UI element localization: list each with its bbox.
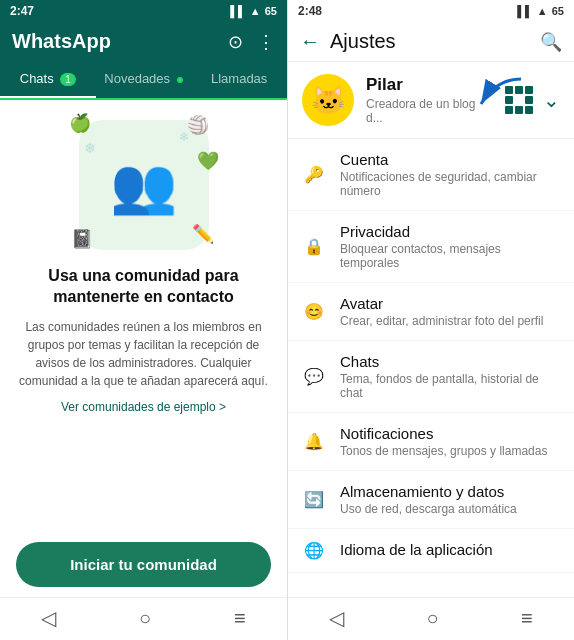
right-status-icons: ▌▌ ▲ 65 xyxy=(517,5,564,17)
profile-chevron-icon[interactable]: ⌄ xyxy=(543,88,560,112)
tab-llamadas[interactable]: Llamadas xyxy=(191,61,287,98)
avatar: 🐱 xyxy=(302,74,354,126)
community-content: 🍏 🏐 💚 ❄ ❄ 👥 📓 ✏️ Usa una comunidad para … xyxy=(0,100,287,597)
pencil-icon: ✏️ xyxy=(192,223,214,245)
app-title: WhatsApp xyxy=(12,30,111,53)
menu-nav-icon[interactable]: ≡ xyxy=(234,607,246,630)
left-signal-icon: ▌▌ xyxy=(230,5,246,17)
settings-title: Ajustes xyxy=(330,30,530,53)
almacenamiento-subtitle: Uso de red, descarga automática xyxy=(340,502,560,516)
notebook-icon: 📓 xyxy=(71,228,93,250)
right-time: 2:48 xyxy=(298,4,322,18)
community-link[interactable]: Ver comunidades de ejemplo > xyxy=(61,400,226,414)
left-header: WhatsApp ⊙ ⋮ xyxy=(0,22,287,61)
annotation-arrow xyxy=(466,74,526,114)
notificaciones-title: Notificaciones xyxy=(340,425,560,442)
avatar-icon: 😊 xyxy=(302,302,326,321)
idioma-text: Idioma de la aplicación xyxy=(340,541,560,560)
back-button[interactable]: ← xyxy=(300,30,320,53)
bell-icon: 🔔 xyxy=(302,432,326,451)
community-illustration: 🍏 🏐 💚 ❄ ❄ 👥 📓 ✏️ xyxy=(79,120,209,250)
tabs-bar: Chats 1 Novedades Llamadas xyxy=(0,61,287,100)
settings-item-idioma[interactable]: 🌐 Idioma de la aplicación xyxy=(288,529,574,573)
right-wifi-icon: ▲ xyxy=(537,5,548,17)
right-panel: 2:48 ▌▌ ▲ 65 ← Ajustes 🔍 🐱 Pilar Creador… xyxy=(287,0,574,640)
settings-list: 🔑 Cuenta Notificaciones de seguridad, ca… xyxy=(288,139,574,597)
qr-cell xyxy=(525,106,533,114)
profile-section[interactable]: 🐱 Pilar Creadora de un blog d... xyxy=(288,62,574,139)
header-icons: ⊙ ⋮ xyxy=(228,31,275,53)
community-description: Las comunidades reúnen a los miembros en… xyxy=(16,318,271,390)
chats-settings-title: Chats xyxy=(340,353,560,370)
back-nav-icon[interactable]: ◁ xyxy=(41,606,56,630)
right-menu-nav-icon[interactable]: ≡ xyxy=(521,607,533,630)
right-home-nav-icon[interactable]: ○ xyxy=(427,607,439,630)
tab-llamadas-label: Llamadas xyxy=(211,71,267,86)
left-wifi-icon: ▲ xyxy=(250,5,261,17)
camera-icon[interactable]: ⊙ xyxy=(228,31,243,53)
volleyball-icon: 🏐 xyxy=(187,114,209,136)
settings-header: ← Ajustes 🔍 xyxy=(288,22,574,62)
left-time: 2:47 xyxy=(10,4,34,18)
search-icon[interactable]: 🔍 xyxy=(540,31,562,53)
privacidad-title: Privacidad xyxy=(340,223,560,240)
settings-item-cuenta[interactable]: 🔑 Cuenta Notificaciones de seguridad, ca… xyxy=(288,139,574,211)
qr-cell xyxy=(525,96,533,104)
novedades-dot xyxy=(177,77,183,83)
apple-icon: 🍏 xyxy=(69,112,91,134)
tab-novedades[interactable]: Novedades xyxy=(96,61,192,98)
left-status-icons: ▌▌ ▲ 65 xyxy=(230,5,277,17)
right-signal-icon: ▌▌ xyxy=(517,5,533,17)
notificaciones-text: Notificaciones Tonos de mensajes, grupos… xyxy=(340,425,560,458)
avatar-text: Avatar Crear, editar, administrar foto d… xyxy=(340,295,560,328)
idioma-title: Idioma de la aplicación xyxy=(340,541,560,558)
people-icon: 👥 xyxy=(110,154,177,217)
language-icon: 🌐 xyxy=(302,541,326,560)
left-status-bar: 2:47 ▌▌ ▲ 65 xyxy=(0,0,287,22)
chats-settings-text: Chats Tema, fondos de pantalla, historia… xyxy=(340,353,560,400)
cuenta-subtitle: Notificaciones de seguridad, cambiar núm… xyxy=(340,170,560,198)
privacidad-text: Privacidad Bloquear contactos, mensajes … xyxy=(340,223,560,270)
right-bottom-nav: ◁ ○ ≡ xyxy=(288,597,574,640)
privacidad-subtitle: Bloquear contactos, mensajes temporales xyxy=(340,242,560,270)
settings-item-notificaciones[interactable]: 🔔 Notificaciones Tonos de mensajes, grup… xyxy=(288,413,574,471)
right-back-nav-icon[interactable]: ◁ xyxy=(329,606,344,630)
key-icon: 🔑 xyxy=(302,165,326,184)
start-community-button[interactable]: Iniciar tu comunidad xyxy=(16,542,271,587)
tab-chats[interactable]: Chats 1 xyxy=(0,61,96,98)
almacenamiento-title: Almacenamiento y datos xyxy=(340,483,560,500)
snowflake1-icon: ❄ xyxy=(84,140,96,156)
right-status-bar: 2:48 ▌▌ ▲ 65 xyxy=(288,0,574,22)
home-nav-icon[interactable]: ○ xyxy=(139,607,151,630)
qr-cell xyxy=(525,86,533,94)
settings-item-almacenamiento[interactable]: 🔄 Almacenamiento y datos Uso de red, des… xyxy=(288,471,574,529)
left-bottom-nav: ◁ ○ ≡ xyxy=(0,597,287,640)
settings-item-chats[interactable]: 💬 Chats Tema, fondos de pantalla, histor… xyxy=(288,341,574,413)
community-title: Usa una comunidad para mantenerte en con… xyxy=(16,266,271,308)
settings-item-privacidad[interactable]: 🔒 Privacidad Bloquear contactos, mensaje… xyxy=(288,211,574,283)
cuenta-title: Cuenta xyxy=(340,151,560,168)
snowflake2-icon: ❄ xyxy=(179,130,189,144)
settings-item-avatar[interactable]: 😊 Avatar Crear, editar, administrar foto… xyxy=(288,283,574,341)
left-battery: 65 xyxy=(265,5,277,17)
storage-icon: 🔄 xyxy=(302,490,326,509)
chat-icon: 💬 xyxy=(302,367,326,386)
more-menu-icon[interactable]: ⋮ xyxy=(257,31,275,53)
heart-icon: 💚 xyxy=(197,150,219,172)
notificaciones-subtitle: Tonos de mensajes, grupos y llamadas xyxy=(340,444,560,458)
cuenta-text: Cuenta Notificaciones de seguridad, camb… xyxy=(340,151,560,198)
right-battery: 65 xyxy=(552,5,564,17)
almacenamiento-text: Almacenamiento y datos Uso de red, desca… xyxy=(340,483,560,516)
chats-badge: 1 xyxy=(60,73,76,86)
avatar-title: Avatar xyxy=(340,295,560,312)
tab-novedades-label: Novedades xyxy=(104,71,170,86)
lock-icon: 🔒 xyxy=(302,237,326,256)
avatar-subtitle: Crear, editar, administrar foto del perf… xyxy=(340,314,560,328)
chats-settings-subtitle: Tema, fondos de pantalla, historial de c… xyxy=(340,372,560,400)
left-panel: 2:47 ▌▌ ▲ 65 WhatsApp ⊙ ⋮ Chats 1 Noveda… xyxy=(0,0,287,640)
tab-chats-label: Chats xyxy=(20,71,54,86)
